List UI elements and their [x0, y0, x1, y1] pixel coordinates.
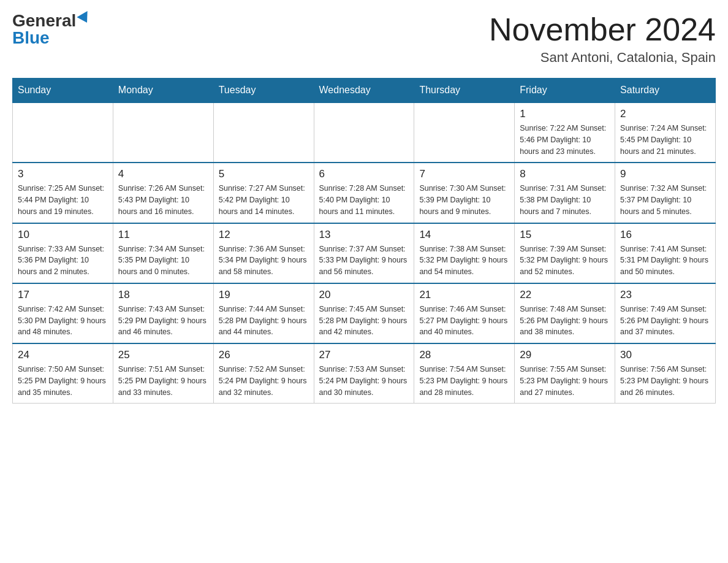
day-number: 13 [319, 229, 409, 241]
calendar-header-thursday: Thursday [414, 79, 515, 103]
calendar-cell: 9Sunrise: 7:32 AM Sunset: 5:37 PM Daylig… [615, 163, 716, 223]
day-info: Sunrise: 7:32 AM Sunset: 5:37 PM Dayligh… [620, 183, 710, 217]
calendar-cell: 23Sunrise: 7:49 AM Sunset: 5:26 PM Dayli… [615, 283, 716, 343]
day-info: Sunrise: 7:22 AM Sunset: 5:46 PM Dayligh… [520, 123, 610, 157]
calendar-week-row-4: 17Sunrise: 7:42 AM Sunset: 5:30 PM Dayli… [13, 283, 716, 343]
day-info: Sunrise: 7:53 AM Sunset: 5:24 PM Dayligh… [319, 364, 409, 398]
calendar-cell [113, 102, 213, 163]
calendar-week-row-5: 24Sunrise: 7:50 AM Sunset: 5:25 PM Dayli… [13, 343, 716, 404]
calendar-cell: 27Sunrise: 7:53 AM Sunset: 5:24 PM Dayli… [314, 343, 414, 404]
calendar-week-row-1: 1Sunrise: 7:22 AM Sunset: 5:46 PM Daylig… [13, 102, 716, 163]
day-number: 28 [419, 349, 509, 361]
day-info: Sunrise: 7:43 AM Sunset: 5:29 PM Dayligh… [118, 304, 208, 338]
day-number: 2 [620, 108, 710, 120]
day-info: Sunrise: 7:34 AM Sunset: 5:35 PM Dayligh… [118, 243, 208, 278]
calendar-header-monday: Monday [113, 79, 213, 103]
day-info: Sunrise: 7:55 AM Sunset: 5:23 PM Dayligh… [520, 364, 610, 398]
calendar-cell: 1Sunrise: 7:22 AM Sunset: 5:46 PM Daylig… [515, 102, 615, 163]
calendar-cell [414, 102, 515, 163]
day-info: Sunrise: 7:48 AM Sunset: 5:26 PM Dayligh… [520, 304, 610, 338]
calendar-cell: 17Sunrise: 7:42 AM Sunset: 5:30 PM Dayli… [13, 283, 113, 343]
day-number: 1 [520, 108, 610, 120]
calendar-cell: 15Sunrise: 7:39 AM Sunset: 5:32 PM Dayli… [515, 223, 615, 283]
day-number: 20 [319, 289, 409, 301]
day-info: Sunrise: 7:39 AM Sunset: 5:32 PM Dayligh… [520, 243, 610, 278]
calendar-cell: 3Sunrise: 7:25 AM Sunset: 5:44 PM Daylig… [13, 163, 113, 223]
day-info: Sunrise: 7:26 AM Sunset: 5:43 PM Dayligh… [118, 183, 208, 217]
calendar-header-sunday: Sunday [13, 79, 113, 103]
day-number: 4 [118, 168, 208, 180]
month-title: November 2024 [489, 12, 716, 47]
day-info: Sunrise: 7:28 AM Sunset: 5:40 PM Dayligh… [319, 183, 409, 217]
calendar-cell: 7Sunrise: 7:30 AM Sunset: 5:39 PM Daylig… [414, 163, 515, 223]
day-info: Sunrise: 7:42 AM Sunset: 5:30 PM Dayligh… [18, 304, 108, 338]
calendar-cell: 5Sunrise: 7:27 AM Sunset: 5:42 PM Daylig… [213, 163, 314, 223]
day-number: 8 [520, 168, 610, 180]
day-number: 23 [620, 289, 710, 301]
day-number: 5 [219, 168, 309, 180]
day-info: Sunrise: 7:36 AM Sunset: 5:34 PM Dayligh… [219, 243, 309, 278]
day-info: Sunrise: 7:49 AM Sunset: 5:26 PM Dayligh… [620, 304, 710, 338]
calendar-header-wednesday: Wednesday [314, 79, 414, 103]
calendar-cell: 25Sunrise: 7:51 AM Sunset: 5:25 PM Dayli… [113, 343, 213, 404]
day-number: 27 [319, 349, 409, 361]
calendar-cell: 29Sunrise: 7:55 AM Sunset: 5:23 PM Dayli… [515, 343, 615, 404]
day-number: 25 [118, 349, 208, 361]
day-number: 7 [419, 168, 509, 180]
day-info: Sunrise: 7:41 AM Sunset: 5:31 PM Dayligh… [620, 243, 710, 278]
calendar-header-friday: Friday [515, 79, 615, 103]
calendar-cell: 10Sunrise: 7:33 AM Sunset: 5:36 PM Dayli… [13, 223, 113, 283]
logo-blue-text: Blue [12, 29, 50, 47]
day-number: 24 [18, 349, 108, 361]
calendar-cell [213, 102, 314, 163]
day-info: Sunrise: 7:50 AM Sunset: 5:25 PM Dayligh… [18, 364, 108, 398]
day-info: Sunrise: 7:24 AM Sunset: 5:45 PM Dayligh… [620, 123, 710, 157]
logo-general-text: General [12, 12, 76, 29]
calendar-cell: 30Sunrise: 7:56 AM Sunset: 5:23 PM Dayli… [615, 343, 716, 404]
day-number: 6 [319, 168, 409, 180]
day-info: Sunrise: 7:30 AM Sunset: 5:39 PM Dayligh… [419, 183, 509, 217]
day-info: Sunrise: 7:25 AM Sunset: 5:44 PM Dayligh… [18, 183, 108, 217]
day-number: 12 [219, 229, 309, 241]
day-number: 16 [620, 229, 710, 241]
day-number: 14 [419, 229, 509, 241]
day-number: 18 [118, 289, 208, 301]
calendar-header-saturday: Saturday [615, 79, 716, 103]
day-number: 11 [118, 229, 208, 241]
calendar-cell: 28Sunrise: 7:54 AM Sunset: 5:23 PM Dayli… [414, 343, 515, 404]
calendar-cell: 12Sunrise: 7:36 AM Sunset: 5:34 PM Dayli… [213, 223, 314, 283]
calendar-cell: 13Sunrise: 7:37 AM Sunset: 5:33 PM Dayli… [314, 223, 414, 283]
day-number: 3 [18, 168, 108, 180]
calendar-cell: 14Sunrise: 7:38 AM Sunset: 5:32 PM Dayli… [414, 223, 515, 283]
calendar-cell: 6Sunrise: 7:28 AM Sunset: 5:40 PM Daylig… [314, 163, 414, 223]
calendar-week-row-2: 3Sunrise: 7:25 AM Sunset: 5:44 PM Daylig… [13, 163, 716, 223]
calendar-header-tuesday: Tuesday [213, 79, 314, 103]
day-info: Sunrise: 7:37 AM Sunset: 5:33 PM Dayligh… [319, 243, 409, 278]
day-number: 21 [419, 289, 509, 301]
calendar-cell: 26Sunrise: 7:52 AM Sunset: 5:24 PM Dayli… [213, 343, 314, 404]
day-info: Sunrise: 7:38 AM Sunset: 5:32 PM Dayligh… [419, 243, 509, 278]
calendar-cell: 21Sunrise: 7:46 AM Sunset: 5:27 PM Dayli… [414, 283, 515, 343]
calendar-table: SundayMondayTuesdayWednesdayThursdayFrid… [12, 78, 716, 404]
calendar-cell: 19Sunrise: 7:44 AM Sunset: 5:28 PM Dayli… [213, 283, 314, 343]
day-number: 10 [18, 229, 108, 241]
calendar-cell [314, 102, 414, 163]
day-info: Sunrise: 7:33 AM Sunset: 5:36 PM Dayligh… [18, 243, 108, 278]
calendar-cell: 24Sunrise: 7:50 AM Sunset: 5:25 PM Dayli… [13, 343, 113, 404]
calendar-cell: 22Sunrise: 7:48 AM Sunset: 5:26 PM Dayli… [515, 283, 615, 343]
calendar-week-row-3: 10Sunrise: 7:33 AM Sunset: 5:36 PM Dayli… [13, 223, 716, 283]
day-number: 26 [219, 349, 309, 361]
calendar-cell: 11Sunrise: 7:34 AM Sunset: 5:35 PM Dayli… [113, 223, 213, 283]
title-block: November 2024 Sant Antoni, Catalonia, Sp… [489, 12, 716, 66]
logo-triangle-icon [77, 11, 93, 26]
calendar-header-row: SundayMondayTuesdayWednesdayThursdayFrid… [13, 79, 716, 103]
calendar-cell [13, 102, 113, 163]
day-number: 19 [219, 289, 309, 301]
day-number: 17 [18, 289, 108, 301]
calendar-cell: 20Sunrise: 7:45 AM Sunset: 5:28 PM Dayli… [314, 283, 414, 343]
calendar-cell: 18Sunrise: 7:43 AM Sunset: 5:29 PM Dayli… [113, 283, 213, 343]
day-info: Sunrise: 7:54 AM Sunset: 5:23 PM Dayligh… [419, 364, 509, 398]
day-number: 29 [520, 349, 610, 361]
calendar-cell: 8Sunrise: 7:31 AM Sunset: 5:38 PM Daylig… [515, 163, 615, 223]
day-info: Sunrise: 7:45 AM Sunset: 5:28 PM Dayligh… [319, 304, 409, 338]
